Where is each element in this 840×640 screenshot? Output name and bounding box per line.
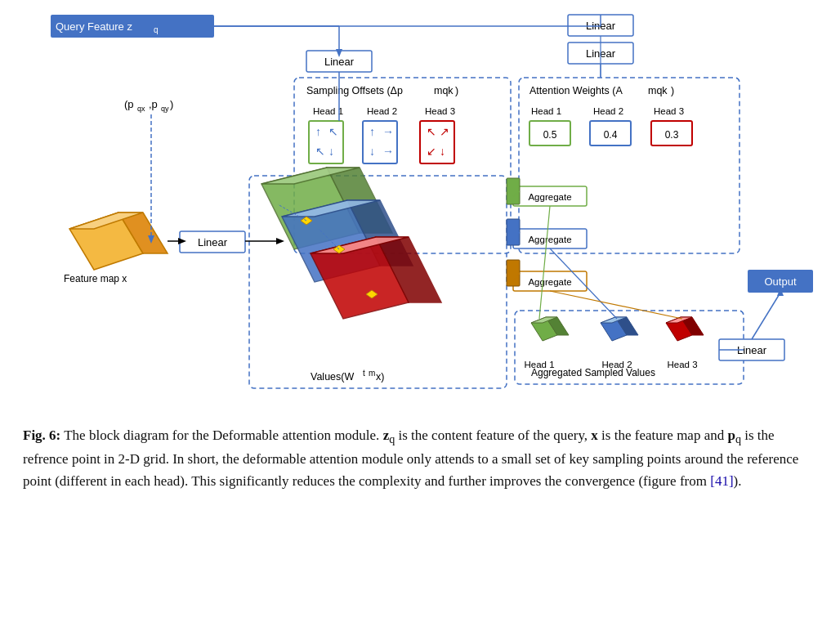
head2-arrow4: → (382, 145, 394, 158)
sampling-offsets-label: Sampling Offsets (Δp (306, 85, 403, 96)
caption-text: Fig. 6: The block diagram for the Deform… (23, 425, 817, 492)
feature-map-label: Feature map x (64, 273, 127, 284)
head2-arrow3: ↓ (369, 145, 375, 158)
linear-center-left-label: Linear (198, 236, 228, 248)
head2-sampling-label: Head 2 (367, 106, 397, 116)
values-label-sub: t (363, 369, 365, 378)
aggregate1-label: Aggregate (528, 192, 571, 202)
linear-top-center-label: Linear (324, 56, 355, 68)
pq-comma: ,p (149, 98, 158, 110)
head2-arrow1: ↑ (369, 125, 375, 138)
head1-arrow4: ↓ (328, 145, 334, 158)
x-bold: x (591, 427, 598, 443)
head1-arrow3: ↖ (315, 145, 325, 158)
small-green-box (507, 178, 520, 204)
sampling-offsets-label2: mqk (434, 85, 454, 96)
pq-label-sub2: qy (161, 105, 169, 113)
sampling-offsets-label3: ) (455, 85, 458, 96)
attention-weights-label3: ) (671, 85, 674, 96)
head3-arrow1: ↖ (427, 125, 436, 138)
pq-sub: q (735, 432, 741, 445)
attn-head1-value: 0.5 (543, 129, 557, 141)
agg-head1-label: Head 1 (524, 360, 554, 369)
aggregate3-label: Aggregate (528, 277, 571, 287)
attn-head2-label: Head 2 (593, 106, 623, 116)
query-feature-label: Query Feature z (56, 20, 132, 33)
agg-head3-label: Head 3 (667, 360, 697, 369)
head1-arrow1: ↑ (315, 125, 321, 138)
pq-paren: ) (170, 98, 173, 110)
diagram-area: Query Feature z q Linear Linear Linear S… (0, 0, 840, 417)
reference-link[interactable]: [41] (710, 473, 733, 489)
small-blue-box (507, 219, 520, 245)
head3-arrow3: ↙ (427, 145, 436, 158)
attention-weights-label2: mqk (648, 85, 668, 96)
head3-arrow2: ↗ (440, 125, 449, 138)
zq-sub: q (389, 432, 395, 445)
values-label3: x) (376, 371, 384, 383)
attn-head1-label: Head 1 (531, 106, 561, 116)
attn-head3-value: 0.3 (665, 129, 679, 141)
agg-head2-label: Head 2 (601, 360, 632, 369)
attn-head3-label: Head 3 (654, 106, 684, 116)
query-feature-subscript: q (154, 25, 159, 34)
head3-arrow4: ↓ (440, 145, 445, 158)
values-label-sub2: m (369, 369, 375, 378)
head3-sampling-label: Head 3 (425, 106, 455, 116)
pq-label: (p (124, 98, 134, 110)
aggregate2-label: Aggregate (528, 235, 571, 244)
pq-label-sub1: qx (137, 105, 145, 113)
diagram-svg: Query Feature z q Linear Linear Linear S… (0, 0, 840, 417)
svg-rect-0 (0, 0, 840, 417)
head2-arrow2: → (382, 125, 394, 138)
fig-label: Fig. 6: (23, 427, 60, 443)
pq-bold: p (727, 427, 735, 443)
attention-weights-label: Attention Weights (A (529, 85, 623, 96)
small-orange-box (507, 260, 520, 286)
caption-area: Fig. 6: The block diagram for the Deform… (0, 417, 840, 500)
output-label: Output (764, 275, 796, 288)
head1-arrow2: ↖ (328, 125, 338, 138)
values-label: Values(W (311, 371, 354, 383)
attn-head2-value: 0.4 (604, 129, 618, 141)
